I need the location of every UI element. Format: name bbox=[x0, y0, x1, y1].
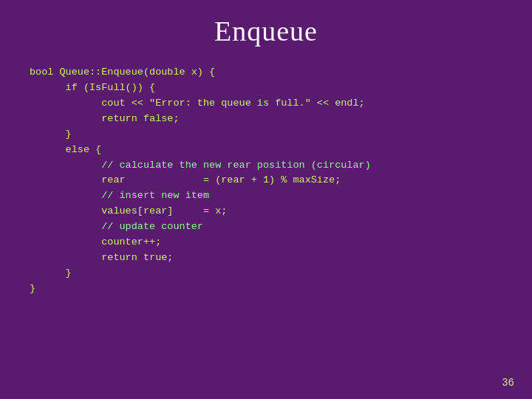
slide-title: Enqueue bbox=[30, 15, 502, 47]
slide-number: 36 bbox=[502, 377, 514, 389]
code-block: bool Queue::Enqueue(double x) { if (IsFu… bbox=[30, 65, 502, 384]
slide-container: Enqueue bool Queue::Enqueue(double x) { … bbox=[0, 0, 532, 399]
